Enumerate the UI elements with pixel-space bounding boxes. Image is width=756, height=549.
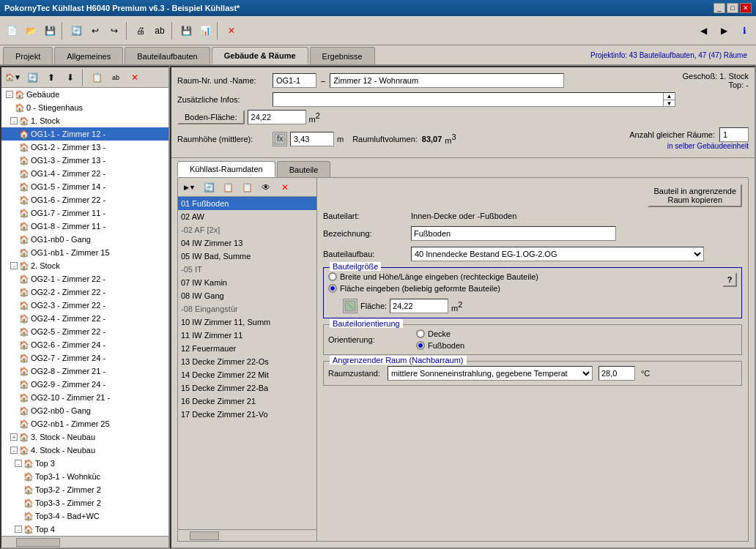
tab-gebaude-raume[interactable]: Gebäude & Räume: [212, 47, 308, 64]
tree-item-og2-5[interactable]: 🏠 OG2-5 - Zimmer 22 -: [1, 325, 168, 338]
bauteil-item-02[interactable]: 02 AW: [178, 210, 316, 223]
tree-item-og1-1[interactable]: 🏠 OG1-1 - Zimmer 12 -: [1, 127, 168, 141]
toolbar-btn-9[interactable]: 💾: [177, 22, 195, 40]
toolbar-btn-8[interactable]: ab: [151, 22, 168, 40]
tree-item-og1-nb0[interactable]: 🏠 OG1-nb0 - Gang: [1, 233, 168, 246]
tree-item-og2-2[interactable]: 🏠 OG2-2 - Zimmer 22 -: [1, 285, 168, 299]
stock3-expand[interactable]: +: [10, 433, 18, 441]
room-name-input[interactable]: Zimmer 12 - Wohnraum: [330, 73, 564, 88]
radio-fussboden[interactable]: [416, 341, 425, 350]
tree-item-og1-2[interactable]: 🏠 OG1-2 - Zimmer 13 -: [1, 141, 168, 154]
bauteil-item-14[interactable]: 14 Decke Zimmer 22 Mit: [178, 368, 316, 381]
bauteil-item-neg08[interactable]: -08 Eingangstür: [178, 302, 316, 315]
tree-item-top3-3[interactable]: 🏠 Top3-3 - Zimmer 2: [1, 496, 168, 509]
tree-delete-btn[interactable]: ✕: [126, 69, 144, 86]
tab-projekt[interactable]: Projekt: [3, 47, 53, 64]
help-button[interactable]: ?: [722, 272, 737, 287]
bauteil-item-07[interactable]: 07 IW Kamin: [178, 276, 316, 289]
tree-item-stiegenhaus[interactable]: 🏠 0 - Stiegenhaus: [1, 101, 168, 114]
flache-input[interactable]: [390, 299, 448, 313]
bauteil-item-04[interactable]: 04 IW Zimmer 13: [178, 236, 316, 250]
bauteil-copy-btn[interactable]: 📋: [219, 179, 237, 196]
tree-item-og2-nb0[interactable]: 🏠 OG2-nb0 - Gang: [1, 404, 168, 417]
bauteil-item-05[interactable]: 05 IW Bad, Summe: [178, 250, 316, 263]
top3-expand[interactable]: -: [15, 460, 22, 467]
bauteil-hscroll[interactable]: [178, 529, 316, 541]
flache-icon[interactable]: [343, 299, 357, 313]
toolbar-btn-4[interactable]: 🔄: [67, 22, 85, 40]
print-button[interactable]: 🖨: [132, 22, 149, 40]
raumzustand-select[interactable]: mittlere Sonneneinstrahlung, gegebene Te…: [388, 366, 593, 381]
tree-item-stock4[interactable]: - 🏠 4. Stock - Neubau: [1, 444, 168, 457]
delete-button[interactable]: ✕: [223, 22, 240, 40]
boden-button[interactable]: Boden-Fläche:: [177, 110, 245, 124]
bauteil-delete-btn[interactable]: ✕: [276, 179, 294, 196]
bezeichnung-input[interactable]: [411, 226, 616, 241]
tree-item-og1-7[interactable]: 🏠 OG1-7 - Zimmer 11 -: [1, 206, 168, 220]
close-button[interactable]: ✕: [740, 3, 752, 13]
tree-new-btn[interactable]: 🏠▼: [4, 69, 22, 86]
tree-item-stock3[interactable]: + 🏠 3. Stock - Neubau: [1, 430, 168, 444]
tree-content[interactable]: - 🏠 Gebäude 🏠 0 - Stiegenhaus - 🏠 1. Sto…: [1, 88, 168, 536]
bauteil-view-btn[interactable]: 👁: [257, 179, 275, 196]
sub-tab-raumdaten[interactable]: Kühllast-Raumdaten: [177, 161, 275, 177]
bauteil-item-01[interactable]: 01 Fußboden: [178, 197, 316, 210]
radio-beliebig[interactable]: [328, 284, 337, 293]
bauteil-item-11[interactable]: 11 IW Zimmer 11: [178, 329, 316, 342]
copy-to-room-button[interactable]: Bauteil in angrenzendeRaum kopieren: [648, 184, 742, 207]
hoehe-input[interactable]: 3,43: [290, 132, 334, 146]
stock4-expand[interactable]: -: [10, 447, 18, 454]
bauteil-item-17[interactable]: 17 Decke Zimmer 21-Vo: [178, 408, 316, 421]
tab-bauteilaufbauten[interactable]: Bauteilaufbauten: [125, 47, 210, 64]
zusatz-scroll-up[interactable]: ▲: [664, 93, 675, 100]
tree-item-top3-4[interactable]: 🏠 Top3-4 - Bad+WC: [1, 509, 168, 523]
tree-copy-btn[interactable]: 📋: [88, 69, 105, 86]
tree-item-og2-1[interactable]: 🏠 OG2-1 - Zimmer 22 -: [1, 272, 168, 285]
tree-item-og2-8[interactable]: 🏠 OG2-8 - Zimmer 21 -: [1, 365, 168, 378]
bauteil-item-13[interactable]: 13 Decke Zimmer 22-Os: [178, 355, 316, 368]
tree-item-og2-6[interactable]: 🏠 OG2-6 - Zimmer 24 -: [1, 338, 168, 351]
radio-decke[interactable]: [416, 329, 425, 338]
bauteil-item-10[interactable]: 10 IW Zimmer 11, Summ: [178, 315, 316, 329]
tree-up-btn[interactable]: ⬆: [42, 69, 60, 86]
tab-ergebnisse[interactable]: Ergebnisse: [310, 47, 375, 64]
tree-item-og1-8[interactable]: 🏠 OG1-8 - Zimmer 11 -: [1, 220, 168, 233]
tree-hscroll[interactable]: [1, 536, 168, 548]
tree-item-og2-nb1[interactable]: 🏠 OG2-nb1 - Zimmer 25: [1, 417, 168, 430]
zusatz-input[interactable]: ▲ ▼: [273, 92, 675, 107]
anzahl-input[interactable]: 1: [719, 127, 749, 142]
toolbar-btn-5[interactable]: ↩: [86, 22, 104, 40]
bauteil-item-neg05[interactable]: -05 IT: [178, 263, 316, 276]
bauteil-refresh-btn[interactable]: 🔄: [200, 179, 218, 196]
tab-allgemeines[interactable]: Allgemeines: [54, 47, 123, 64]
stock1-expand[interactable]: -: [10, 117, 18, 124]
toolbar-btn-10[interactable]: 📊: [196, 22, 214, 40]
tree-refresh-btn[interactable]: 🔄: [23, 69, 41, 86]
new-button[interactable]: 📄: [3, 22, 21, 40]
tree-item-og2-9[interactable]: 🏠 OG2-9 - Zimmer 24 -: [1, 378, 168, 391]
tree-down-btn[interactable]: ⬇: [62, 69, 79, 86]
tree-item-top4[interactable]: - 🏠 Top 4: [1, 523, 168, 536]
bauteil-item-16[interactable]: 16 Decke Zimmer 21: [178, 395, 316, 408]
tree-item-stock1[interactable]: - 🏠 1. Stock: [1, 114, 168, 127]
root-expand[interactable]: -: [6, 91, 13, 98]
tree-item-top3[interactable]: - 🏠 Top 3: [1, 457, 168, 470]
tree-item-og1-5[interactable]: 🏠 OG1-5 - Zimmer 14 -: [1, 180, 168, 193]
tree-root[interactable]: - 🏠 Gebäude: [1, 88, 168, 101]
tree-item-top3-1[interactable]: 🏠 Top3-1 - Wohnküc: [1, 470, 168, 483]
forward-button[interactable]: ▶: [715, 22, 733, 40]
zusatz-scroll-down[interactable]: ▼: [664, 100, 675, 107]
save-button[interactable]: 💾: [41, 22, 59, 40]
tree-item-og1-6[interactable]: 🏠 OG1-6 - Zimmer 22 -: [1, 193, 168, 206]
bauteil-item-neg02[interactable]: -02 AF [2x]: [178, 223, 316, 236]
bauteil-new-btn[interactable]: ▶▼: [181, 179, 199, 196]
tree-item-og2-10[interactable]: 🏠 OG2-10 - Zimmer 21 -: [1, 391, 168, 404]
tree-text-btn[interactable]: ab: [107, 69, 125, 86]
tree-item-og2-3[interactable]: 🏠 OG2-3 - Zimmer 22 -: [1, 299, 168, 312]
tree-item-og2-7[interactable]: 🏠 OG2-7 - Zimmer 24 -: [1, 351, 168, 365]
back-button[interactable]: ◀: [694, 22, 712, 40]
bauteil-item-12[interactable]: 12 Feuermauer: [178, 342, 316, 355]
top4-expand[interactable]: -: [15, 526, 22, 533]
tree-item-top3-2[interactable]: 🏠 Top3-2 - Zimmer 2: [1, 483, 168, 496]
tree-item-og1-nb1[interactable]: 🏠 OG1-nb1 - Zimmer 15: [1, 246, 168, 259]
